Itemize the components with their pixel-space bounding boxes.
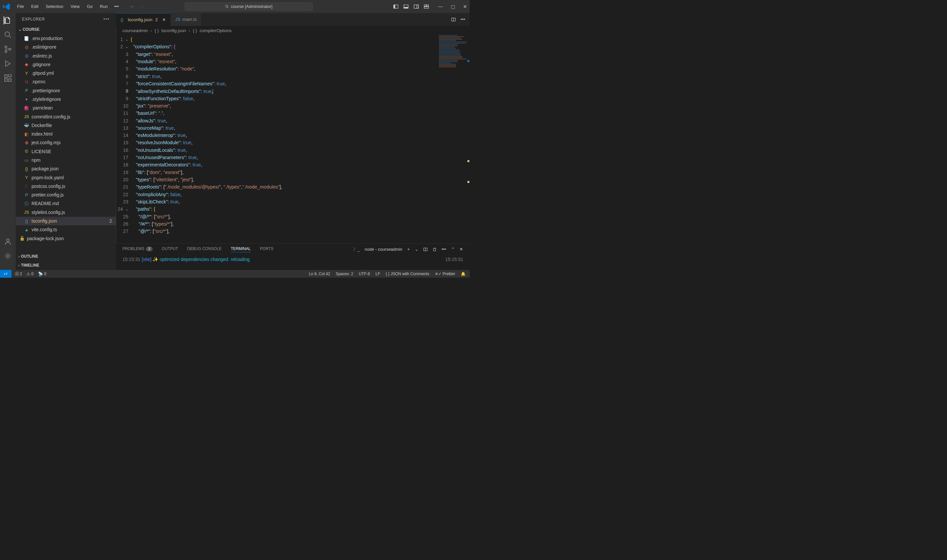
line-number[interactable]: 14: [116, 132, 128, 139]
panel-tab-problems[interactable]: PROBLEMS2: [122, 246, 153, 252]
line-number[interactable]: 27: [116, 228, 128, 235]
outline-section[interactable]: ›OUTLINE: [19, 252, 114, 261]
account-icon[interactable]: [4, 237, 12, 245]
line-number[interactable]: 6: [116, 73, 128, 80]
status-prettier[interactable]: ✕✓ Prettier: [435, 272, 455, 276]
code-line[interactable]: "/#/*": ["types/*"],: [131, 220, 470, 228]
line-number[interactable]: 8: [116, 87, 128, 95]
line-number[interactable]: 13: [116, 125, 128, 132]
file--eslintignore[interactable]: ◎.eslintignore: [16, 43, 116, 51]
status-language[interactable]: { } JSON with Comments: [386, 272, 429, 276]
status-ports[interactable]: 📡 0: [38, 272, 46, 276]
code-line[interactable]: "baseUrl": ".",: [131, 109, 470, 117]
file-package-json[interactable]: {}package.json: [16, 165, 116, 173]
timeline-section[interactable]: ›TIMELINE: [19, 261, 114, 270]
file--npmrc[interactable]: N.npmrc: [16, 78, 116, 86]
code-line[interactable]: "jsx": "preserve",: [131, 102, 470, 109]
file-prettier-config-js[interactable]: Pprettier.config.js: [16, 191, 116, 199]
file--gitpod-yml[interactable]: Y.gitpod.yml: [16, 69, 116, 77]
new-terminal-icon[interactable]: +: [407, 247, 410, 252]
panel-tab-ports[interactable]: PORTS: [260, 246, 273, 252]
code-line[interactable]: "target": "esnext",: [131, 51, 470, 58]
tab-tsconfig-json[interactable]: {}tsconfig.json2✕: [116, 13, 170, 26]
breadcrumb-item[interactable]: courseadmin: [122, 28, 148, 33]
code-line[interactable]: "strict": true,: [131, 73, 470, 80]
line-number[interactable]: 11: [116, 109, 128, 117]
menu-view[interactable]: View: [68, 3, 83, 10]
code-line[interactable]: "paths": {: [131, 205, 470, 213]
explorer-more-icon[interactable]: •••: [103, 17, 110, 22]
code-line[interactable]: "types": ["vite/client", "jest"],: [131, 176, 470, 183]
layout-sidebar-right-icon[interactable]: [413, 4, 419, 9]
editor-more-icon[interactable]: •••: [461, 17, 466, 22]
settings-gear-icon[interactable]: [4, 252, 12, 260]
panel-tab-debug-console[interactable]: DEBUG CONSOLE: [187, 246, 222, 252]
menu-overflow-icon[interactable]: •••: [111, 3, 121, 10]
code-line[interactable]: "allowSyntheticDefaultImports": true,: [131, 87, 470, 95]
fold-icon[interactable]: ⌄: [125, 205, 128, 213]
menu-go[interactable]: Go: [84, 3, 96, 10]
file--yarnclean[interactable]: 🧶.yarnclean: [16, 103, 116, 112]
line-number[interactable]: 4: [116, 58, 128, 65]
line-number[interactable]: 1⌄: [116, 36, 128, 43]
file-vite-config-ts[interactable]: ▲vite.config.ts: [16, 226, 116, 234]
layout-panel-icon[interactable]: [404, 4, 409, 9]
split-terminal-icon[interactable]: [423, 247, 428, 251]
layout-customize-icon[interactable]: [424, 4, 429, 9]
line-number[interactable]: 9: [116, 95, 128, 102]
line-number[interactable]: 24⌄: [116, 205, 128, 213]
line-number[interactable]: 7: [116, 80, 128, 87]
minimize-button[interactable]: —: [438, 4, 442, 9]
code-line[interactable]: "resolveJsonModule": true,: [131, 139, 470, 146]
code-line[interactable]: "lib": ["dom", "esnext"],: [131, 169, 470, 176]
maximize-panel-icon[interactable]: ⌃: [451, 247, 455, 252]
file-jest-config-mjs[interactable]: ⬢jest.config.mjs: [16, 138, 116, 147]
code-line[interactable]: "sourceMap": true,: [131, 125, 470, 132]
status-notifications-icon[interactable]: 🔔: [461, 272, 466, 276]
close-panel-icon[interactable]: ✕: [460, 247, 463, 252]
status-errors[interactable]: ⓧ 2: [15, 271, 22, 277]
run-debug-icon[interactable]: [4, 60, 12, 68]
line-number[interactable]: 12: [116, 117, 128, 125]
code-line[interactable]: "experimentalDecorators": true,: [131, 162, 470, 169]
panel-tab-output[interactable]: OUTPUT: [162, 246, 178, 252]
line-number[interactable]: 22: [116, 191, 128, 198]
line-number[interactable]: 26: [116, 220, 128, 228]
file-pnpm-lock-yaml[interactable]: Ypnpm-lock.yaml: [16, 173, 116, 182]
code-line[interactable]: "noImplicitAny": false,: [131, 191, 470, 198]
file--env-production[interactable]: 📑.env.production: [16, 34, 116, 43]
line-number[interactable]: 3: [116, 51, 128, 58]
terminal-label[interactable]: node - courseadmin: [364, 247, 402, 252]
status-spaces[interactable]: Spaces: 2: [336, 272, 353, 276]
status-cursor[interactable]: Ln 8, Col 42: [309, 272, 330, 276]
line-number[interactable]: 18: [116, 162, 128, 169]
code-line[interactable]: "strictFunctionTypes": false,: [131, 95, 470, 102]
nav-forward-icon[interactable]: →: [139, 4, 144, 9]
explorer-icon[interactable]: [4, 17, 12, 25]
code-line[interactable]: "forceConsistentCasingInFileNames": true…: [131, 80, 470, 87]
breadcrumb-item[interactable]: tsconfig.json: [162, 28, 186, 33]
code-line[interactable]: "allowJs": true,: [131, 117, 470, 125]
line-number[interactable]: 19: [116, 169, 128, 176]
file-postcss-config-js[interactable]: ☾postcss.config.js: [16, 182, 116, 191]
code-line[interactable]: "@/*": ["src/*"],: [131, 228, 470, 235]
line-number[interactable]: 16: [116, 146, 128, 154]
code-line[interactable]: "module": "esnext",: [131, 58, 470, 65]
file--gitignore[interactable]: ◆.gitignore: [16, 60, 116, 69]
breadcrumbs[interactable]: courseadmin›{ }tsconfig.json›{ }compiler…: [116, 26, 470, 35]
line-number[interactable]: 21: [116, 183, 128, 191]
status-encoding[interactable]: UTF-8: [359, 272, 370, 276]
file-stylelint-config-js[interactable]: JSstylelint.config.js: [16, 208, 116, 217]
line-number[interactable]: 10: [116, 102, 128, 109]
status-eol[interactable]: LF: [376, 272, 380, 276]
menu-edit[interactable]: Edit: [28, 3, 42, 10]
file-README-md[interactable]: ⓘREADME.md: [16, 200, 116, 208]
code-line[interactable]: "esModuleInterop": true,: [131, 132, 470, 139]
fold-icon[interactable]: ⌄: [125, 36, 128, 43]
panel-more-icon[interactable]: •••: [441, 247, 446, 252]
source-control-icon[interactable]: [4, 45, 12, 53]
scroll-overview[interactable]: [466, 35, 470, 243]
file-LICENSE[interactable]: ©LICENSE: [16, 147, 116, 156]
file-npm[interactable]: ▭npm: [16, 156, 116, 165]
code-line[interactable]: "noUnusedLocals": true,: [131, 146, 470, 154]
